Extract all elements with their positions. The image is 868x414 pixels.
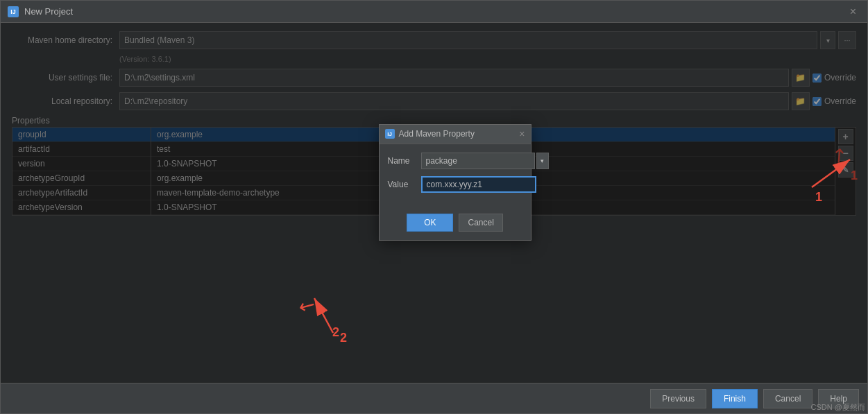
modal-icon: IJ [385,129,395,139]
modal-name-row: Name ▾ [388,153,522,169]
annotation-number-2: 2 [332,325,339,340]
modal-body: Name ▾ Value [380,144,531,208]
modal-title-text: Add Maven Property [399,129,475,139]
dialog-footer: Previous Finish Cancel Help [1,383,867,413]
cancel-btn[interactable]: Cancel [763,389,812,408]
modal-name-input[interactable] [421,153,535,169]
modal-value-label: Value [388,180,416,189]
watermark: CSDN @夏然而 [811,402,865,413]
modal-name-label: Name [388,156,416,166]
modal-title-bar: IJ Add Maven Property × [380,125,531,144]
modal-value-input[interactable] [421,176,536,193]
modal-name-wrap: ▾ [421,153,549,169]
finish-btn[interactable]: Finish [712,389,758,408]
modal-value-row: Value [388,176,522,193]
modal-name-dropdown-btn[interactable]: ▾ [536,153,549,169]
title-bar-left: IJ New Project [8,6,73,17]
previous-btn[interactable]: Previous [650,389,706,408]
window-title: New Project [24,6,73,17]
modal-close-btn[interactable]: × [519,128,525,139]
app-icon: IJ [8,6,19,17]
modal-cancel-btn[interactable]: Cancel [459,214,502,232]
modal-overlay: IJ Add Maven Property × Name ▾ [1,23,867,383]
close-button[interactable]: × [846,4,860,19]
add-maven-property-modal: IJ Add Maven Property × Name ▾ [379,124,531,241]
modal-title-left: IJ Add Maven Property [385,129,475,139]
title-bar: IJ New Project × [1,1,867,23]
modal-footer: OK Cancel [380,208,531,240]
main-content: Maven home directory: ▾ ··· (Version: 3.… [1,23,867,383]
modal-ok-btn[interactable]: OK [407,214,453,232]
new-project-window: IJ New Project × Maven home directory: ▾… [0,0,868,414]
